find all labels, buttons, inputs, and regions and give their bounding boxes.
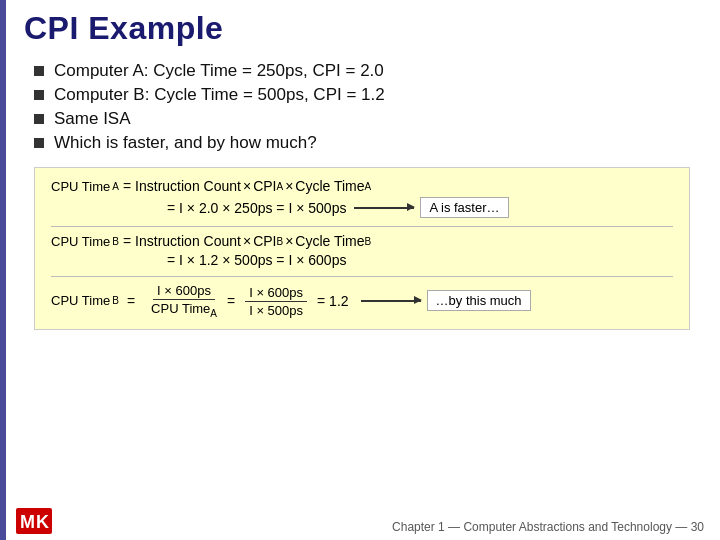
arrow-line-b	[361, 300, 421, 302]
left-accent-bar	[0, 0, 6, 540]
callout-b: …by this much	[427, 290, 531, 311]
formula-divider	[51, 226, 673, 227]
formula-section-b: CPU Time B = Instruction Count × CPI B ×…	[51, 233, 673, 268]
callout-a: A is faster…	[420, 197, 508, 218]
formula-row-a2: = I × 2.0 × 250ps = I × 500ps A is faste…	[51, 197, 673, 218]
logo-area: M K	[16, 508, 52, 534]
arrow-a: A is faster…	[354, 197, 508, 218]
bullet-dot	[34, 114, 44, 124]
bullet-list: Computer A: Cycle Time = 250ps, CPI = 2.…	[34, 61, 700, 153]
list-item: Computer B: Cycle Time = 500ps, CPI = 1.…	[34, 85, 700, 105]
svg-text:M: M	[20, 512, 35, 532]
formula-box: CPU Time A = Instruction Count × CPI A ×…	[34, 167, 690, 330]
formula-row-a1: CPU Time A = Instruction Count × CPI A ×…	[51, 178, 673, 194]
list-item: Same ISA	[34, 109, 700, 129]
svg-text:K: K	[36, 512, 49, 532]
list-item: Which is faster, and by how much?	[34, 133, 700, 153]
fraction: I × 600ps CPU TimeA	[147, 283, 221, 319]
arrow-b: …by this much	[361, 290, 531, 311]
footer-text: Chapter 1 — Computer Abstractions and Te…	[392, 520, 704, 534]
formula-divider-2	[51, 276, 673, 277]
bullet-dot	[34, 66, 44, 76]
formula-row-b2: = I × 1.2 × 500ps = I × 600ps	[51, 252, 673, 268]
arrow-line-a	[354, 207, 414, 209]
formula-section-a: CPU Time A = Instruction Count × CPI A ×…	[51, 178, 673, 218]
fraction-section: CPU Time B = I × 600ps CPU TimeA = I × 6…	[51, 283, 673, 319]
list-item: Computer A: Cycle Time = 250ps, CPI = 2.…	[34, 61, 700, 81]
fraction-values: I × 600ps I × 500ps	[245, 285, 307, 318]
bullet-dot	[34, 138, 44, 148]
formula-row-b1: CPU Time B = Instruction Count × CPI B ×…	[51, 233, 673, 249]
page-title: CPI Example	[24, 10, 700, 47]
mk-logo: M K	[16, 508, 52, 534]
bullet-dot	[34, 90, 44, 100]
